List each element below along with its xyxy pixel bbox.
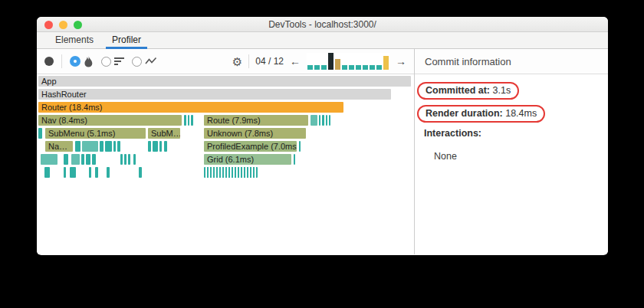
flame-bar[interactable] bbox=[100, 141, 104, 152]
flame-bar[interactable] bbox=[191, 115, 193, 126]
ranked-view-option[interactable] bbox=[101, 57, 124, 67]
flame-bar[interactable] bbox=[64, 154, 68, 165]
next-commit-button[interactable]: → bbox=[396, 55, 406, 67]
flame-bar[interactable] bbox=[310, 115, 317, 126]
flame-bar[interactable] bbox=[107, 167, 110, 178]
devtools-window: DevTools - localhost:3000/ Elements Prof… bbox=[37, 17, 608, 255]
flame-row: Na…ProfiledExample (7.0ms) bbox=[38, 141, 412, 152]
commit-selector-chart[interactable] bbox=[307, 53, 389, 70]
flame-bar[interactable] bbox=[70, 167, 76, 178]
render-duration-value: 18.4ms bbox=[505, 108, 537, 119]
flame-bar[interactable] bbox=[75, 141, 80, 152]
flame-bar[interactable] bbox=[133, 154, 136, 165]
flame-bar[interactable] bbox=[326, 115, 327, 126]
commit-bar[interactable] bbox=[335, 59, 340, 70]
commit-bar[interactable] bbox=[328, 53, 334, 70]
flame-bar-route-7-9ms[interactable]: Route (7.9ms) bbox=[204, 115, 308, 126]
profiler-toolbar: ⚙ 04 / 12 ← → bbox=[37, 49, 414, 74]
profiler-pane: ⚙ 04 / 12 ← → AppHashRouterRouter (18.4m… bbox=[37, 49, 415, 254]
commit-bar[interactable] bbox=[342, 65, 347, 70]
flame-row: Nav (8.4ms)Route (7.9ms) bbox=[38, 115, 412, 126]
flamegraph[interactable]: AppHashRouterRouter (18.4ms)Nav (8.4ms)R… bbox=[37, 74, 414, 254]
flame-bar-hashrouter[interactable]: HashRouter bbox=[38, 89, 391, 100]
record-button[interactable] bbox=[44, 57, 54, 66]
flame-bar[interactable] bbox=[322, 115, 324, 126]
render-duration-label: Render duration: bbox=[426, 108, 503, 119]
previous-commit-button[interactable]: ← bbox=[290, 55, 301, 67]
flame-bar[interactable] bbox=[113, 141, 116, 152]
flame-bar[interactable] bbox=[319, 115, 320, 126]
commit-bar[interactable] bbox=[321, 65, 327, 70]
title-bar: DevTools - localhost:3000/ bbox=[37, 17, 608, 32]
committed-at-annotation: Committed at: 3.1s bbox=[417, 82, 519, 100]
commit-bar[interactable] bbox=[376, 65, 382, 70]
flame-bar[interactable] bbox=[184, 115, 186, 126]
flame-bar-subm[interactable]: SubM… bbox=[148, 128, 180, 139]
flame-bar[interactable] bbox=[41, 154, 58, 165]
flame-bar-submenu-5-1ms[interactable]: SubMenu (5.1ms) bbox=[45, 128, 146, 139]
tab-bar: Elements Profiler bbox=[37, 32, 608, 49]
ranked-chart-icon bbox=[114, 57, 124, 65]
flame-bar[interactable] bbox=[117, 141, 120, 152]
flame-row: Grid (6.1ms) bbox=[38, 154, 412, 165]
flame-bar[interactable] bbox=[294, 154, 295, 165]
flame-bar[interactable] bbox=[92, 154, 96, 165]
flame-bar[interactable] bbox=[153, 141, 158, 152]
commit-position: 04 / 12 bbox=[255, 56, 284, 67]
commit-bar[interactable] bbox=[307, 65, 313, 70]
flame-bar[interactable] bbox=[329, 115, 330, 126]
flame-icon bbox=[84, 56, 94, 67]
commit-bar[interactable] bbox=[349, 65, 354, 70]
close-icon[interactable] bbox=[44, 21, 53, 29]
flame-bar-profiledexample-7-0ms[interactable]: ProfiledExample (7.0ms) bbox=[204, 141, 297, 152]
commit-bar[interactable] bbox=[383, 56, 389, 70]
flame-bar-nav-8-4ms[interactable]: Nav (8.4ms) bbox=[38, 115, 182, 126]
interactions-radio[interactable] bbox=[132, 57, 142, 67]
flame-bar[interactable] bbox=[159, 141, 162, 152]
tab-profiler[interactable]: Profiler bbox=[103, 32, 150, 48]
flame-bar[interactable] bbox=[299, 141, 301, 152]
ranked-radio[interactable] bbox=[101, 57, 111, 67]
flame-bar-app[interactable]: App bbox=[38, 76, 411, 87]
commit-bar[interactable] bbox=[370, 65, 375, 70]
commit-bar[interactable] bbox=[314, 65, 320, 70]
flame-bar-unknown-7-8ms[interactable]: Unknown (7.8ms) bbox=[204, 128, 306, 139]
flame-bar[interactable] bbox=[86, 154, 90, 165]
tab-elements[interactable]: Elements bbox=[46, 32, 103, 48]
flame-bar[interactable] bbox=[128, 154, 130, 165]
flame-bar[interactable] bbox=[120, 154, 123, 165]
commit-info-pane: Commit information Committed at: 3.1s Re… bbox=[415, 49, 608, 254]
minimize-icon[interactable] bbox=[59, 21, 67, 29]
flame-bar[interactable] bbox=[95, 167, 98, 178]
flame-bar-router-18-4ms[interactable]: Router (18.4ms) bbox=[38, 102, 343, 113]
flame-bar[interactable] bbox=[204, 167, 258, 178]
flame-bar[interactable] bbox=[71, 154, 80, 165]
committed-at-label: Committed at: bbox=[426, 85, 490, 96]
flame-bar[interactable] bbox=[148, 141, 151, 152]
flame-bar[interactable] bbox=[64, 167, 66, 178]
flame-bar[interactable] bbox=[188, 115, 189, 126]
commit-bar[interactable] bbox=[356, 65, 361, 70]
toolbar-divider bbox=[248, 54, 249, 68]
flame-bar[interactable] bbox=[89, 167, 91, 178]
flame-bar-grid-6-1ms[interactable]: Grid (6.1ms) bbox=[204, 154, 291, 165]
commit-bar[interactable] bbox=[363, 65, 368, 70]
flame-bar[interactable] bbox=[124, 154, 127, 165]
interactions-view-option[interactable] bbox=[132, 57, 157, 67]
interactions-chart-icon bbox=[145, 57, 157, 66]
maximize-icon[interactable] bbox=[74, 21, 82, 29]
flame-bar[interactable] bbox=[82, 141, 98, 152]
flamegraph-radio[interactable] bbox=[70, 56, 80, 67]
commit-info-header: Commit information bbox=[415, 49, 608, 74]
gear-icon[interactable]: ⚙ bbox=[232, 56, 242, 67]
flame-bar[interactable] bbox=[105, 141, 112, 152]
flame-row: App bbox=[38, 76, 412, 87]
flame-row bbox=[38, 167, 412, 178]
flame-bar[interactable] bbox=[81, 154, 84, 165]
flamegraph-view-option[interactable] bbox=[70, 56, 94, 67]
flame-bar[interactable] bbox=[38, 128, 42, 139]
flame-bar[interactable] bbox=[164, 141, 167, 152]
flame-bar-na[interactable]: Na… bbox=[45, 141, 73, 152]
flame-bar[interactable] bbox=[44, 167, 50, 178]
flame-bar[interactable] bbox=[139, 167, 142, 178]
